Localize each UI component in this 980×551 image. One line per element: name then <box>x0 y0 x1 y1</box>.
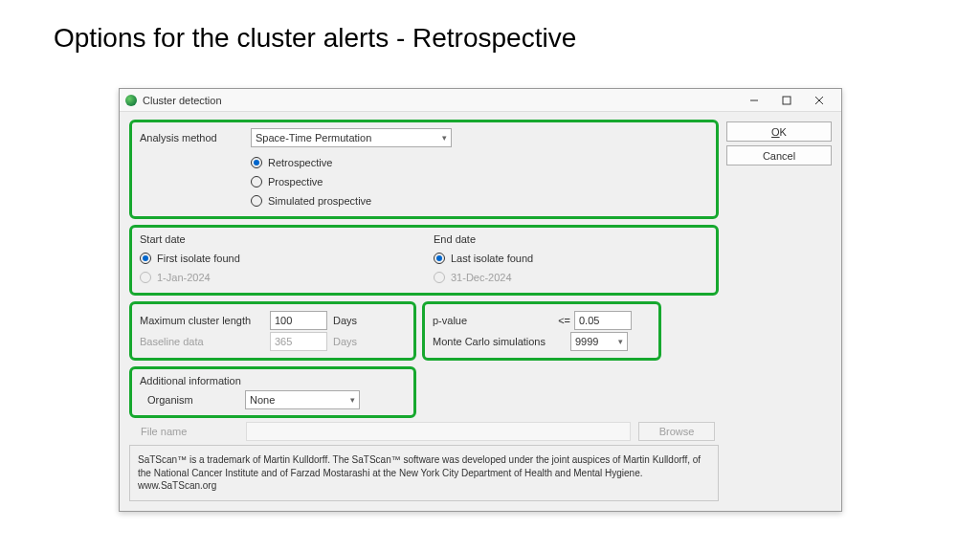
pvalue-operator: <= <box>551 315 570 326</box>
radio-icon <box>434 272 445 283</box>
radio-start-fixed-date[interactable]: 1-Jan-2024 <box>140 268 414 287</box>
pvalue-input[interactable]: 0.05 <box>574 311 632 330</box>
monte-carlo-select[interactable]: 9999 ▾ <box>570 332 628 351</box>
analysis-method-select[interactable]: Space-Time Permutation ▾ <box>251 128 452 147</box>
max-cluster-length-input[interactable]: 100 <box>270 311 327 330</box>
radio-icon <box>434 253 445 264</box>
browse-button: Browse <box>638 422 715 441</box>
input-value: 365 <box>275 336 292 347</box>
cancel-button[interactable]: Cancel <box>726 145 832 165</box>
window-title: Cluster detection <box>143 95 738 106</box>
svg-rect-1 <box>783 97 791 104</box>
organism-label: Organism <box>140 394 245 406</box>
radio-icon <box>251 157 262 168</box>
end-date-label: End date <box>434 233 708 245</box>
chevron-down-icon: ▾ <box>442 133 447 143</box>
radio-label: Prospective <box>268 176 323 187</box>
start-date-label: Start date <box>140 233 414 245</box>
file-row: File name Browse <box>129 422 719 441</box>
radio-icon <box>140 272 151 283</box>
slide-title: Options for the cluster alerts - Retrosp… <box>0 0 980 54</box>
input-value: 0.05 <box>579 315 599 326</box>
analysis-method-label: Analysis method <box>140 132 245 143</box>
chevron-down-icon: ▾ <box>618 337 623 346</box>
end-date-col: End date Last isolate found 31-Dec-2024 <box>434 233 708 287</box>
chevron-down-icon: ▾ <box>350 395 355 405</box>
cluster-length-group: Maximum cluster length 100 Days Baseline… <box>129 301 416 361</box>
radio-icon <box>140 253 151 264</box>
additional-info-heading: Additional information <box>140 375 406 386</box>
radio-end-fixed-date[interactable]: 31-Dec-2024 <box>434 268 708 287</box>
organism-select[interactable]: None ▾ <box>245 390 360 409</box>
start-date-col: Start date First isolate found 1-Jan-202… <box>140 233 414 287</box>
analysis-method-value: Space-Time Permutation <box>256 132 371 143</box>
button-label: Cancel <box>763 150 795 162</box>
minimize-button[interactable] <box>738 91 770 110</box>
input-value: 100 <box>275 315 292 326</box>
select-value: 9999 <box>575 336 598 347</box>
max-cluster-length-unit: Days <box>333 315 381 326</box>
maximize-button[interactable] <box>770 91 803 110</box>
radio-icon <box>251 176 262 187</box>
footer-note: SaTScan™ is a trademark of Martin Kulldo… <box>129 445 719 501</box>
baseline-label: Baseline data <box>140 336 264 347</box>
pvalue-label: p-value <box>433 315 547 326</box>
radio-label: Retrospective <box>268 157 332 168</box>
radio-label: 31-Dec-2024 <box>451 272 512 283</box>
radio-label: First isolate found <box>157 253 240 264</box>
filename-input <box>246 422 631 441</box>
radio-label: Last isolate found <box>451 253 533 264</box>
monte-carlo-label: Monte Carlo simulations <box>433 336 567 347</box>
dialog-buttons: OK Cancel <box>726 120 832 501</box>
app-icon <box>125 95 137 106</box>
stats-group: p-value <= 0.05 Monte Carlo simulations … <box>422 301 661 361</box>
select-value: None <box>250 394 275 406</box>
radio-label: Simulated prospective <box>268 195 371 207</box>
filename-label: File name <box>133 426 238 437</box>
radio-start-first-isolate[interactable]: First isolate found <box>140 249 414 268</box>
window-controls <box>738 91 835 110</box>
dates-group: Start date First isolate found 1-Jan-202… <box>129 225 719 296</box>
radio-icon <box>251 195 262 207</box>
titlebar: Cluster detection <box>120 89 841 112</box>
close-button[interactable] <box>803 91 835 110</box>
ok-button[interactable]: OK <box>726 121 832 142</box>
radio-simulated[interactable]: Simulated prospective <box>251 191 708 210</box>
baseline-input: 365 <box>270 332 327 351</box>
additional-info-group: Additional information Organism None ▾ <box>129 366 416 418</box>
dialog-window: Cluster detection Analysis method Space-… <box>119 88 842 512</box>
radio-retrospective[interactable]: Retrospective <box>251 153 708 172</box>
dialog-content: Analysis method Space-Time Permutation ▾… <box>120 112 841 511</box>
radio-end-last-isolate[interactable]: Last isolate found <box>434 249 708 268</box>
baseline-unit: Days <box>333 336 381 347</box>
analysis-method-group: Analysis method Space-Time Permutation ▾… <box>129 120 719 219</box>
radio-prospective[interactable]: Prospective <box>251 172 708 191</box>
radio-label: 1-Jan-2024 <box>157 272 211 283</box>
max-cluster-length-label: Maximum cluster length <box>140 315 264 326</box>
